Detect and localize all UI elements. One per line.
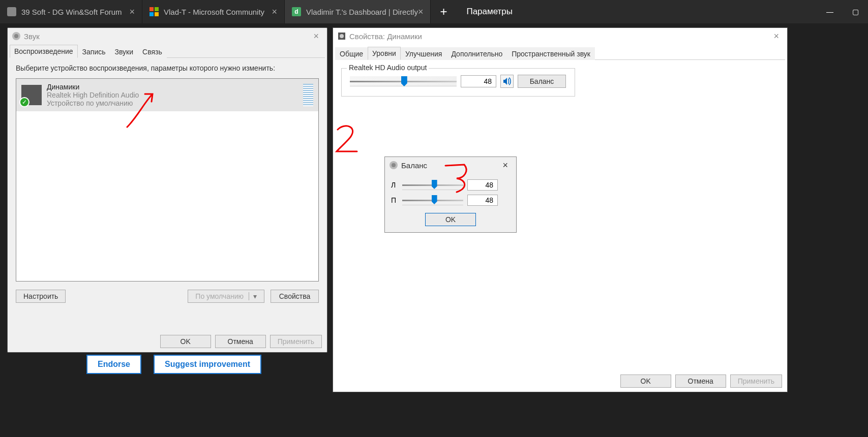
- maximize-icon[interactable]: ▢: [843, 0, 868, 23]
- browser-tab[interactable]: 39 Soft - DG Win&Soft Forum ×: [0, 0, 142, 23]
- title-bar[interactable]: Звук ×: [8, 28, 327, 44]
- left-balance-slider[interactable]: [402, 180, 463, 190]
- minimize-icon[interactable]: —: [817, 0, 843, 23]
- dialog-button-row: OK Отмена Применить: [160, 335, 322, 348]
- balance-dialog: Баланс × Л П OK: [384, 157, 517, 233]
- svg-rect-0: [149, 7, 154, 11]
- tab-row: Общие Уровни Улучшения Дополнительно Про…: [335, 46, 785, 60]
- configure-button[interactable]: Настроить: [16, 290, 66, 303]
- set-default-label: По умолчанию: [195, 292, 244, 300]
- tab-spatial[interactable]: Пространственный звук: [507, 47, 595, 60]
- volume-icon: [502, 77, 512, 86]
- apply-button[interactable]: Применить: [730, 374, 782, 388]
- ok-button[interactable]: OK: [620, 374, 671, 388]
- cancel-button[interactable]: Отмена: [675, 374, 726, 388]
- tab-levels[interactable]: Уровни: [368, 47, 401, 60]
- device-list[interactable]: ✓ Динамики Realtek High Definition Audio…: [16, 78, 319, 282]
- window-title: Звук: [24, 32, 40, 41]
- properties-button[interactable]: Свойства: [271, 290, 319, 303]
- left-channel-label: Л: [391, 181, 398, 189]
- dialog-button-row: OK Отмена Применить: [620, 374, 782, 388]
- speaker-icon: [12, 32, 21, 41]
- svg-point-9: [392, 163, 396, 167]
- title-bar[interactable]: Баланс ×: [385, 157, 516, 173]
- balance-right-row: П: [385, 193, 516, 208]
- cancel-button[interactable]: Отмена: [215, 335, 266, 348]
- right-balance-slider[interactable]: [402, 195, 463, 205]
- page-action-row: Endorse Suggest improvement: [86, 355, 261, 374]
- volume-value-input[interactable]: [461, 75, 496, 87]
- suggest-improvement-button[interactable]: Suggest improvement: [154, 355, 261, 374]
- browser-tab[interactable]: Vlad-T - Microsoft Community ×: [142, 0, 285, 23]
- close-icon[interactable]: ×: [272, 7, 277, 17]
- tab-general[interactable]: Общие: [335, 47, 368, 60]
- close-icon[interactable]: ×: [769, 31, 783, 42]
- svg-rect-3: [155, 12, 159, 16]
- ok-button[interactable]: OK: [160, 335, 211, 348]
- favicon-icon: [7, 7, 16, 16]
- window-title: Свойства: Динамики: [349, 32, 422, 41]
- set-default-button[interactable]: По умолчанию ▾: [188, 290, 264, 303]
- tab-title: 39 Soft - DG Win&Soft Forum: [21, 8, 122, 16]
- chevron-down-icon: ▾: [249, 292, 257, 300]
- favicon-icon: d: [292, 7, 301, 16]
- svg-rect-1: [155, 7, 159, 11]
- left-balance-value[interactable]: [467, 179, 498, 191]
- browser-tab-bar: 39 Soft - DG Win&Soft Forum × Vlad-T - M…: [0, 0, 868, 23]
- tab-row: Воспроизведение Запись Звуки Связь: [10, 44, 325, 58]
- window-title: Параметры: [466, 7, 513, 17]
- add-tab-button[interactable]: +: [431, 0, 456, 23]
- volume-slider[interactable]: [350, 76, 457, 86]
- close-icon[interactable]: ×: [498, 160, 512, 171]
- tab-recording[interactable]: Запись: [78, 45, 110, 58]
- group-legend: Realtek HD Audio output: [347, 64, 429, 72]
- svg-rect-2: [149, 12, 154, 16]
- device-text: Динамики Realtek High Definition Audio У…: [47, 83, 298, 107]
- close-icon[interactable]: ×: [418, 7, 424, 17]
- right-balance-value[interactable]: [467, 195, 498, 206]
- tab-title: Vlad-T - Microsoft Community: [164, 8, 264, 16]
- apply-button[interactable]: Применить: [270, 335, 322, 348]
- sound-window: Звук × Воспроизведение Запись Звуки Связ…: [7, 27, 327, 353]
- mute-button[interactable]: [500, 75, 514, 88]
- device-status: Устройство по умолчанию: [47, 99, 298, 107]
- right-channel-label: П: [391, 196, 398, 204]
- title-bar[interactable]: Свойства: Динамики ×: [333, 28, 787, 44]
- tab-enhancements[interactable]: Улучшения: [401, 47, 447, 60]
- ok-button[interactable]: OK: [425, 213, 476, 226]
- speaker-icon: [337, 32, 346, 41]
- instruction-text: Выберите устройство воспроизведения, пар…: [16, 64, 319, 72]
- tab-communications[interactable]: Связь: [138, 45, 167, 58]
- speaker-icon: [389, 161, 398, 170]
- tab-sounds[interactable]: Звуки: [110, 45, 138, 58]
- svg-point-5: [14, 34, 18, 38]
- device-item[interactable]: ✓ Динамики Realtek High Definition Audio…: [16, 79, 318, 111]
- balance-left-row: Л: [385, 177, 516, 193]
- tab-title: Vladimir T.'s Dashboard | Directly: [306, 8, 418, 16]
- balance-button[interactable]: Баланс: [518, 75, 566, 88]
- device-button-row: Настроить По умолчанию ▾ Свойства: [16, 290, 319, 303]
- tab-playback[interactable]: Воспроизведение: [10, 45, 78, 58]
- window-title-area: Параметры — ▢: [456, 0, 868, 23]
- tab-body: Выберите устройство воспроизведения, пар…: [8, 58, 327, 309]
- level-meter-icon: [303, 84, 313, 106]
- output-level-group: Realtek HD Audio output Баланс: [341, 68, 575, 97]
- browser-tab[interactable]: d Vladimir T.'s Dashboard | Directly ×: [285, 0, 431, 23]
- favicon-icon: [149, 7, 159, 16]
- tab-advanced[interactable]: Дополнительно: [446, 47, 507, 60]
- checkmark-icon: ✓: [19, 97, 29, 107]
- window-title: Баланс: [401, 161, 427, 170]
- endorse-button[interactable]: Endorse: [86, 355, 141, 374]
- device-driver: Realtek High Definition Audio: [47, 91, 298, 99]
- svg-point-7: [340, 34, 344, 38]
- device-name: Динамики: [47, 83, 298, 91]
- close-icon[interactable]: ×: [309, 31, 323, 42]
- speaker-device-icon: ✓: [21, 85, 42, 105]
- close-icon[interactable]: ×: [129, 7, 135, 17]
